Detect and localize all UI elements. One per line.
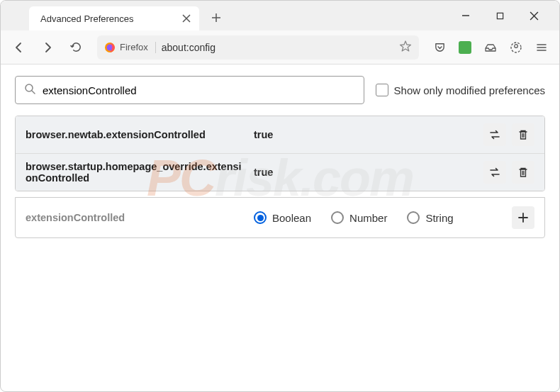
url-text: about:config: [162, 42, 393, 53]
pref-row: browser.newtab.extensionControlled true: [16, 116, 544, 154]
maximize-button[interactable]: [486, 4, 514, 27]
radio-label: Number: [349, 212, 387, 224]
menu-button[interactable]: [530, 35, 554, 60]
pref-value: true: [254, 129, 475, 140]
close-window-button[interactable]: [520, 4, 548, 27]
toggle-button[interactable]: [483, 123, 506, 146]
radio-input[interactable]: [407, 211, 420, 224]
account-icon[interactable]: [504, 35, 528, 60]
window-controls: [452, 4, 559, 27]
type-options: Boolean Number String: [254, 211, 503, 224]
url-bar[interactable]: Firefox about:config: [97, 35, 419, 60]
pocket-icon[interactable]: [427, 35, 452, 60]
identity-label: Firefox: [120, 42, 148, 52]
checkbox-label: Show only modified preferences: [394, 84, 545, 96]
pref-name: browser.newtab.extensionControlled: [26, 129, 245, 140]
prefs-table: browser.newtab.extensionControlled true …: [15, 116, 545, 191]
radio-label: Boolean: [272, 212, 311, 224]
pref-name: browser.startup.homepage_override.extens…: [26, 161, 245, 184]
pref-actions: [483, 123, 534, 146]
radio-boolean[interactable]: Boolean: [254, 211, 311, 224]
radio-label: String: [425, 212, 453, 224]
back-button[interactable]: [6, 35, 32, 60]
forward-button[interactable]: [35, 35, 60, 60]
radio-number[interactable]: Number: [331, 211, 387, 224]
search-row: Show only modified preferences: [15, 76, 545, 104]
radio-input[interactable]: [331, 211, 344, 224]
new-tab-button[interactable]: [206, 8, 226, 28]
new-pref-row: extensionControlled Boolean Number Strin…: [15, 197, 545, 238]
tab-title: Advanced Preferences: [40, 13, 134, 24]
show-modified-checkbox-row[interactable]: Show only modified preferences: [376, 84, 545, 96]
show-modified-checkbox[interactable]: [376, 84, 388, 96]
toolbar-actions: [427, 35, 554, 60]
browser-tab[interactable]: Advanced Preferences: [29, 6, 199, 30]
toggle-button[interactable]: [483, 161, 506, 184]
search-icon: [24, 83, 35, 97]
bookmark-star-icon[interactable]: [399, 40, 412, 55]
minimize-button[interactable]: [452, 4, 480, 27]
pref-value: true: [254, 167, 475, 178]
page-content: Show only modified preferences browser.n…: [1, 65, 559, 250]
close-tab-icon[interactable]: [181, 13, 192, 24]
reload-button[interactable]: [63, 35, 89, 60]
search-box[interactable]: [15, 76, 364, 104]
window-titlebar: Advanced Preferences: [1, 1, 559, 30]
radio-input[interactable]: [254, 211, 267, 224]
pref-row: browser.startup.homepage_override.extens…: [16, 154, 544, 191]
extension-icon[interactable]: [453, 35, 477, 60]
delete-button[interactable]: [512, 161, 534, 184]
pref-actions: [483, 161, 534, 184]
new-pref-name: extensionControlled: [26, 212, 245, 223]
add-pref-button[interactable]: [512, 206, 534, 229]
browser-toolbar: Firefox about:config: [1, 30, 559, 65]
inbox-icon[interactable]: [478, 35, 503, 60]
delete-button[interactable]: [512, 123, 534, 146]
search-input[interactable]: [43, 84, 355, 96]
svg-point-4: [515, 44, 518, 47]
svg-rect-0: [497, 13, 503, 18]
identity-box[interactable]: Firefox: [104, 42, 156, 53]
radio-string[interactable]: String: [407, 211, 453, 224]
firefox-icon: [104, 42, 116, 53]
